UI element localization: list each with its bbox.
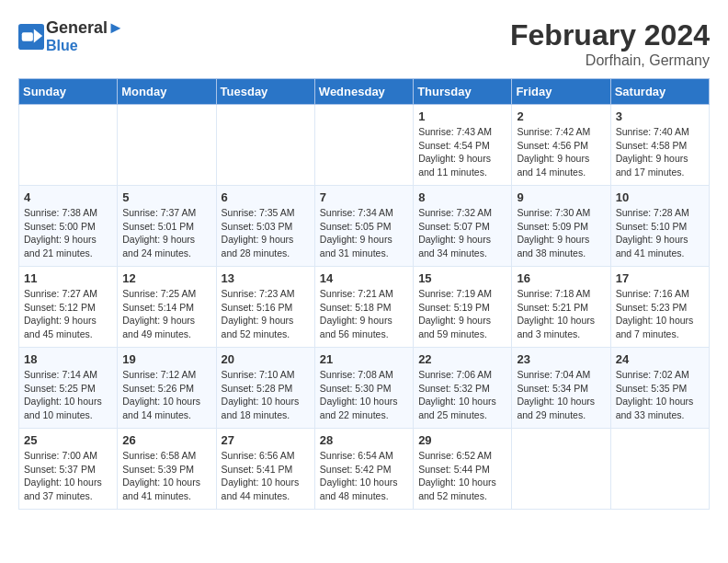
calendar-table: SundayMondayTuesdayWednesdayThursdayFrid… [18, 78, 710, 510]
calendar-cell: 10Sunrise: 7:28 AM Sunset: 5:10 PM Dayli… [610, 186, 709, 267]
calendar-cell: 5Sunrise: 7:37 AM Sunset: 5:01 PM Daylig… [118, 186, 216, 267]
day-number: 16 [517, 271, 605, 285]
day-number: 11 [24, 271, 112, 285]
calendar-cell: 28Sunrise: 6:54 AM Sunset: 5:42 PM Dayli… [314, 429, 413, 510]
calendar-cell: 11Sunrise: 7:27 AM Sunset: 5:12 PM Dayli… [19, 267, 118, 348]
day-info: Sunrise: 6:52 AM Sunset: 5:44 PM Dayligh… [418, 449, 506, 503]
day-number: 13 [222, 271, 310, 285]
day-number: 24 [616, 352, 704, 366]
day-info: Sunrise: 7:43 AM Sunset: 4:54 PM Dayligh… [418, 125, 506, 179]
calendar-cell: 15Sunrise: 7:19 AM Sunset: 5:19 PM Dayli… [414, 267, 512, 348]
calendar-cell: 29Sunrise: 6:52 AM Sunset: 5:44 PM Dayli… [414, 429, 512, 510]
day-number: 25 [24, 433, 112, 447]
day-info: Sunrise: 7:21 AM Sunset: 5:18 PM Dayligh… [320, 287, 408, 341]
day-info: Sunrise: 7:10 AM Sunset: 5:28 PM Dayligh… [222, 368, 310, 422]
day-number: 12 [122, 271, 210, 285]
day-info: Sunrise: 7:06 AM Sunset: 5:32 PM Dayligh… [418, 368, 506, 422]
day-number: 5 [122, 190, 210, 204]
week-row-3: 18Sunrise: 7:14 AM Sunset: 5:25 PM Dayli… [19, 348, 710, 429]
day-number: 17 [616, 271, 704, 285]
calendar-cell: 27Sunrise: 6:56 AM Sunset: 5:41 PM Dayli… [216, 429, 314, 510]
calendar-cell [216, 105, 314, 186]
day-info: Sunrise: 7:32 AM Sunset: 5:07 PM Dayligh… [418, 206, 506, 260]
logo-text: General► Blue [46, 18, 124, 54]
day-header-wednesday: Wednesday [314, 79, 413, 105]
calendar-body: 1Sunrise: 7:43 AM Sunset: 4:54 PM Daylig… [19, 105, 710, 510]
day-info: Sunrise: 7:38 AM Sunset: 5:00 PM Dayligh… [24, 206, 112, 260]
day-info: Sunrise: 7:42 AM Sunset: 4:56 PM Dayligh… [517, 125, 605, 179]
day-info: Sunrise: 7:34 AM Sunset: 5:05 PM Dayligh… [320, 206, 408, 260]
day-number: 6 [222, 190, 310, 204]
day-info: Sunrise: 7:08 AM Sunset: 5:30 PM Dayligh… [320, 368, 408, 422]
day-info: Sunrise: 7:30 AM Sunset: 5:09 PM Dayligh… [517, 206, 605, 260]
day-info: Sunrise: 7:37 AM Sunset: 5:01 PM Dayligh… [122, 206, 210, 260]
day-info: Sunrise: 7:35 AM Sunset: 5:03 PM Dayligh… [222, 206, 310, 260]
svg-rect-2 [22, 32, 33, 40]
week-row-1: 4Sunrise: 7:38 AM Sunset: 5:00 PM Daylig… [19, 186, 710, 267]
calendar-cell: 23Sunrise: 7:04 AM Sunset: 5:34 PM Dayli… [512, 348, 610, 429]
week-row-0: 1Sunrise: 7:43 AM Sunset: 4:54 PM Daylig… [19, 105, 710, 186]
day-header-thursday: Thursday [414, 79, 512, 105]
day-header-saturday: Saturday [610, 79, 709, 105]
calendar-cell: 26Sunrise: 6:58 AM Sunset: 5:39 PM Dayli… [118, 429, 216, 510]
day-info: Sunrise: 7:12 AM Sunset: 5:26 PM Dayligh… [122, 368, 210, 422]
day-number: 21 [320, 352, 408, 366]
day-header-tuesday: Tuesday [216, 79, 314, 105]
day-info: Sunrise: 7:18 AM Sunset: 5:21 PM Dayligh… [517, 287, 605, 341]
day-number: 26 [122, 433, 210, 447]
day-number: 2 [517, 109, 605, 123]
calendar-cell: 8Sunrise: 7:32 AM Sunset: 5:07 PM Daylig… [414, 186, 512, 267]
calendar-cell [118, 105, 216, 186]
day-header-monday: Monday [118, 79, 216, 105]
day-number: 19 [122, 352, 210, 366]
calendar-cell: 2Sunrise: 7:42 AM Sunset: 4:56 PM Daylig… [512, 105, 610, 186]
calendar-cell [512, 429, 610, 510]
day-info: Sunrise: 7:25 AM Sunset: 5:14 PM Dayligh… [122, 287, 210, 341]
day-number: 23 [517, 352, 605, 366]
day-number: 10 [616, 190, 704, 204]
calendar-cell: 4Sunrise: 7:38 AM Sunset: 5:00 PM Daylig… [19, 186, 118, 267]
day-info: Sunrise: 7:14 AM Sunset: 5:25 PM Dayligh… [24, 368, 112, 422]
calendar-cell: 13Sunrise: 7:23 AM Sunset: 5:16 PM Dayli… [216, 267, 314, 348]
calendar-cell: 14Sunrise: 7:21 AM Sunset: 5:18 PM Dayli… [314, 267, 413, 348]
calendar-cell: 18Sunrise: 7:14 AM Sunset: 5:25 PM Dayli… [19, 348, 118, 429]
calendar-cell: 16Sunrise: 7:18 AM Sunset: 5:21 PM Dayli… [512, 267, 610, 348]
calendar-cell: 1Sunrise: 7:43 AM Sunset: 4:54 PM Daylig… [414, 105, 512, 186]
calendar-cell [19, 105, 118, 186]
day-number: 22 [418, 352, 506, 366]
day-number: 18 [24, 352, 112, 366]
day-info: Sunrise: 7:02 AM Sunset: 5:35 PM Dayligh… [616, 368, 704, 422]
day-header-sunday: Sunday [19, 79, 118, 105]
day-number: 8 [418, 190, 506, 204]
logo-icon [18, 24, 44, 50]
day-number: 1 [418, 109, 506, 123]
logo: General► Blue [18, 18, 124, 54]
day-number: 20 [222, 352, 310, 366]
day-number: 4 [24, 190, 112, 204]
day-info: Sunrise: 7:40 AM Sunset: 4:58 PM Dayligh… [616, 125, 704, 179]
day-number: 9 [517, 190, 605, 204]
calendar-header-row: SundayMondayTuesdayWednesdayThursdayFrid… [19, 79, 710, 105]
calendar-cell: 7Sunrise: 7:34 AM Sunset: 5:05 PM Daylig… [314, 186, 413, 267]
location: Dorfhain, Germany [510, 52, 710, 69]
day-info: Sunrise: 7:23 AM Sunset: 5:16 PM Dayligh… [222, 287, 310, 341]
calendar-cell: 20Sunrise: 7:10 AM Sunset: 5:28 PM Dayli… [216, 348, 314, 429]
day-number: 14 [320, 271, 408, 285]
day-number: 3 [616, 109, 704, 123]
day-info: Sunrise: 7:16 AM Sunset: 5:23 PM Dayligh… [616, 287, 704, 341]
week-row-4: 25Sunrise: 7:00 AM Sunset: 5:37 PM Dayli… [19, 429, 710, 510]
day-number: 29 [418, 433, 506, 447]
day-number: 15 [418, 271, 506, 285]
calendar-cell: 22Sunrise: 7:06 AM Sunset: 5:32 PM Dayli… [414, 348, 512, 429]
month-title: February 2024 [510, 18, 710, 52]
calendar-cell [610, 429, 709, 510]
calendar-cell: 24Sunrise: 7:02 AM Sunset: 5:35 PM Dayli… [610, 348, 709, 429]
calendar-cell [314, 105, 413, 186]
day-info: Sunrise: 7:27 AM Sunset: 5:12 PM Dayligh… [24, 287, 112, 341]
calendar-cell: 9Sunrise: 7:30 AM Sunset: 5:09 PM Daylig… [512, 186, 610, 267]
calendar-cell: 19Sunrise: 7:12 AM Sunset: 5:26 PM Dayli… [118, 348, 216, 429]
day-number: 7 [320, 190, 408, 204]
day-info: Sunrise: 7:28 AM Sunset: 5:10 PM Dayligh… [616, 206, 704, 260]
calendar-cell: 21Sunrise: 7:08 AM Sunset: 5:30 PM Dayli… [314, 348, 413, 429]
calendar-cell: 25Sunrise: 7:00 AM Sunset: 5:37 PM Dayli… [19, 429, 118, 510]
